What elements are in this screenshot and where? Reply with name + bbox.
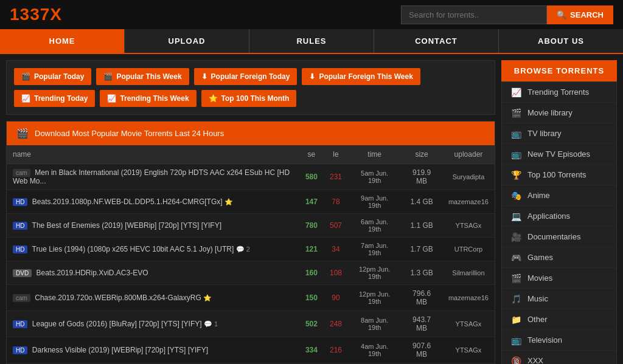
- torrent-leechers: 507: [324, 214, 348, 238]
- col-se: se: [299, 145, 324, 164]
- torrent-seeders: 150: [299, 285, 324, 311]
- sidebar-item-trending[interactable]: 📈 Trending Torrents: [502, 82, 616, 103]
- filter-label-3: Popular Foreign Today: [211, 72, 290, 81]
- trending-icon: 📈: [510, 88, 521, 97]
- sidebar-item-games[interactable]: 🎮 Games: [502, 247, 616, 268]
- logo[interactable]: 1337X: [10, 5, 62, 24]
- apps-icon: 💻: [510, 212, 521, 221]
- sidebar-item-other[interactable]: 📁 Other: [502, 309, 616, 330]
- header: 1337X 🔍 SEARCH: [0, 0, 623, 29]
- torrent-time: 7am Jun. 19th: [348, 238, 401, 261]
- torrent-name[interactable]: HD True Lies (1994) (1080p x265 HEVC 10b…: [7, 238, 299, 261]
- games-icon: 🎮: [510, 253, 521, 262]
- filter-trending-today[interactable]: 📈 Trending Today: [14, 90, 95, 107]
- sidebar-item-xxx[interactable]: 🔞 XXX: [502, 351, 616, 364]
- table-row: HD The Best of Enemies (2019) [WEBRip] […: [7, 214, 495, 238]
- sidebar-item-tv-library[interactable]: 📺 TV library: [502, 123, 616, 144]
- torrent-link[interactable]: True Lies (1994) (1080p x265 HEVC 10bit …: [32, 245, 234, 253]
- torrent-uploader[interactable]: YTSAGx: [442, 311, 495, 337]
- star-icon: ⭐: [224, 198, 233, 205]
- sidebar-item-movies[interactable]: 🎬 Movies: [502, 268, 616, 289]
- badge-hd: HD: [13, 320, 27, 328]
- search-label: SEARCH: [570, 10, 604, 19]
- torrent-link[interactable]: Men in Black International (2019) Englis…: [13, 168, 290, 185]
- torrent-link[interactable]: Beats.2019.1080p.NF.WEB-DL.DDP5.1.H264-C…: [32, 197, 223, 206]
- torrent-link[interactable]: The Best of Enemies (2019) [WEBRip] [720…: [32, 221, 221, 230]
- sidebar-label-television: Television: [527, 335, 562, 345]
- table-row: HD Beats.2019.1080p.NF.WEB-DL.DDP5.1.H26…: [7, 190, 495, 214]
- sidebar-item-new-tv[interactable]: 📺 New TV Episodes: [502, 144, 616, 165]
- torrent-leechers: 34: [324, 238, 348, 261]
- torrent-name[interactable]: DVD Beats.2019.HDRip.XviD.AC3-EVO: [7, 261, 299, 285]
- nav-home[interactable]: HOME: [0, 29, 124, 53]
- top100-icon: 🏆: [510, 171, 521, 179]
- content: 🎬 Popular Today 🎬 Popular This Week ⬇ Po…: [6, 60, 495, 364]
- filter-top100[interactable]: ⭐ Top 100 This Month: [201, 90, 297, 107]
- anime-icon: 🎭: [510, 191, 521, 200]
- torrent-seeders: 502: [299, 311, 324, 337]
- torrent-uploader[interactable]: Silmarillion: [442, 261, 495, 285]
- filter-label-2: Popular This Week: [116, 72, 181, 81]
- sidebar-label-movies2: Movies: [527, 273, 552, 283]
- torrent-link[interactable]: League of Gods (2016) [BluRay] [720p] [Y…: [32, 320, 202, 328]
- torrent-leechers: 90: [324, 285, 348, 311]
- trending-icon: 📈: [21, 94, 30, 103]
- sidebar-item-top100[interactable]: 🏆 Top 100 Torrents: [502, 165, 616, 185]
- sidebar-item-television[interactable]: 📺 Television: [502, 330, 616, 351]
- torrent-seeders: 160: [299, 261, 324, 285]
- torrent-name[interactable]: cam Chase.2019.720o.WEBRip.800MB.x264-Ga…: [7, 285, 299, 311]
- nav-contact[interactable]: CONTACT: [374, 29, 498, 53]
- filter-label-7: Top 100 This Month: [221, 94, 290, 103]
- torrent-name[interactable]: HD The Best of Enemies (2019) [WEBRip] […: [7, 214, 299, 238]
- tv-icon: 📺: [510, 129, 521, 138]
- torrent-seeders: 121: [299, 238, 324, 261]
- film-icon-2: 🎬: [103, 72, 113, 81]
- filter-popular-today[interactable]: 🎬 Popular Today: [14, 68, 91, 85]
- sidebar-list: 📈 Trending Torrents 🎬 Movie library 📺 TV…: [501, 81, 617, 364]
- search-area: 🔍 SEARCH: [401, 5, 613, 24]
- nav-about[interactable]: ABOUT US: [499, 29, 623, 53]
- torrent-uploader[interactable]: UTRCorp: [442, 238, 495, 261]
- torrent-uploader[interactable]: Suryadipta: [442, 164, 495, 190]
- sidebar-label-trending: Trending Torrents: [527, 88, 589, 97]
- filter-label: Popular Today: [34, 72, 84, 81]
- torrent-name[interactable]: cam Men in Black International (2019) En…: [7, 164, 299, 190]
- filter-label-6: Trending This Week: [120, 94, 189, 103]
- sidebar-title: BROWSE TORRENTS: [501, 60, 617, 81]
- sidebar-item-documentaries[interactable]: 🎥 Documentaries: [502, 227, 616, 247]
- xxx-icon: 🔞: [510, 357, 521, 365]
- sidebar-item-anime[interactable]: 🎭 Anime: [502, 185, 616, 206]
- torrent-leechers: 78: [324, 190, 348, 214]
- torrent-name[interactable]: HD League of Gods (2016) [BluRay] [720p]…: [7, 311, 299, 337]
- torrent-name[interactable]: HD Beats.2019.1080p.NF.WEB-DL.DDP5.1.H26…: [7, 190, 299, 214]
- search-input[interactable]: [401, 5, 547, 24]
- torrent-uploader[interactable]: mazemaze16: [442, 285, 495, 311]
- trending-icon-2: 📈: [107, 94, 116, 103]
- sidebar-item-applications[interactable]: 💻 Applications: [502, 206, 616, 227]
- col-uploader: uploader: [442, 145, 495, 164]
- torrent-leechers: 216: [324, 337, 348, 363]
- movie-icon: 🎬: [510, 109, 521, 117]
- sidebar-label-xxx: XXX: [527, 356, 543, 364]
- torrent-name[interactable]: HD Darkness Visible (2019) [WEBRip] [720…: [7, 337, 299, 363]
- torrent-uploader[interactable]: YTSAGx: [442, 337, 495, 363]
- sidebar-label-movies: Movie library: [527, 108, 573, 117]
- nav-upload[interactable]: UPLOAD: [125, 29, 249, 53]
- sidebar-item-movie-library[interactable]: 🎬 Movie library: [502, 103, 616, 123]
- filter-popular-foreign-week[interactable]: ⬇ Popular Foreign This Week: [302, 68, 420, 85]
- filter-popular-week[interactable]: 🎬 Popular This Week: [96, 68, 189, 85]
- torrent-link[interactable]: Darkness Visible (2019) [WEBRip] [720p] …: [32, 346, 208, 354]
- filter-popular-foreign-today[interactable]: ⬇ Popular Foreign Today: [194, 68, 298, 85]
- film-icon: 🎬: [21, 72, 30, 81]
- torrent-size: 796.6 MB: [401, 285, 442, 311]
- search-button[interactable]: 🔍 SEARCH: [547, 5, 613, 24]
- filter-trending-week[interactable]: 📈 Trending This Week: [100, 90, 196, 107]
- nav-rules[interactable]: RULES: [249, 29, 374, 53]
- torrent-link[interactable]: Chase.2019.720o.WEBRip.800MB.x264-Galaxy…: [35, 294, 201, 302]
- sidebar-item-music[interactable]: 🎵 Music: [502, 289, 616, 309]
- sidebar-label-games: Games: [527, 253, 553, 262]
- torrent-uploader[interactable]: mazemaze16: [442, 190, 495, 214]
- torrent-uploader[interactable]: YTSAGx: [442, 214, 495, 238]
- torrent-link[interactable]: Beats.2019.HDRip.XviD.AC3-EVO: [36, 269, 148, 277]
- sidebar-label-apps: Applications: [527, 211, 570, 221]
